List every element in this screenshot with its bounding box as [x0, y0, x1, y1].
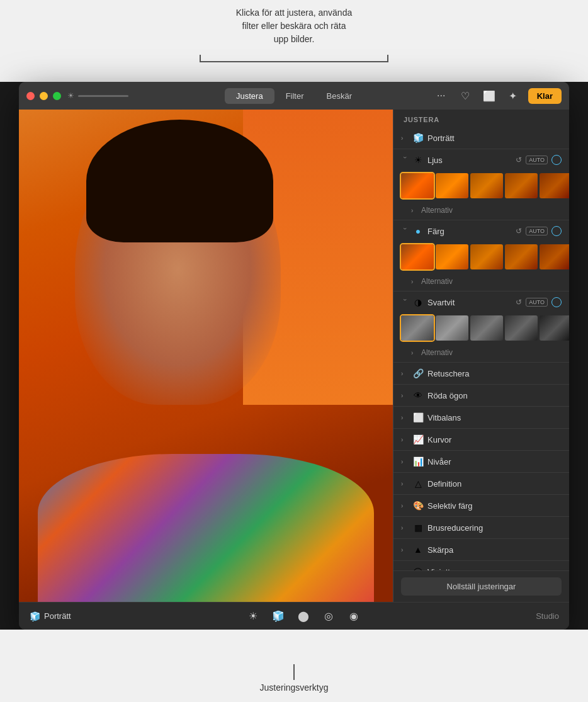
chevron-selektiv-farg: ›: [401, 502, 409, 509]
skarpa-label: Skärpa: [427, 545, 562, 555]
section-header-brusreducering[interactable]: › ▦ Brusreducering: [393, 517, 569, 538]
portrait-section-icon: 🧊: [412, 132, 424, 144]
sun-icon-btn[interactable]: ☀: [244, 608, 262, 625]
close-button[interactable]: [26, 92, 35, 100]
section-retuschera: › 🔗 Retuschera: [393, 363, 569, 385]
farg-undo[interactable]: ↺: [516, 227, 522, 235]
ljus-undo[interactable]: ↺: [516, 156, 522, 164]
brightness-slider[interactable]: ☀: [67, 91, 128, 100]
portrait-mode-badge[interactable]: 🧊 Porträtt: [29, 611, 71, 622]
thumb-ljus-3[interactable]: [470, 173, 503, 198]
chevron-skarpa: ›: [401, 546, 409, 553]
chevron-alternativ-ljus: ›: [411, 207, 419, 214]
thumb-bw-4[interactable]: [505, 315, 538, 341]
minimize-button[interactable]: [40, 92, 48, 100]
done-button[interactable]: Klar: [528, 88, 562, 104]
section-header-portrait[interactable]: › 🧊 Porträtt: [393, 127, 569, 149]
annotation-text-bottom: Justeringsverktyg: [260, 682, 329, 693]
vitbalans-label: Vitbalans: [427, 413, 562, 422]
section-header-svartvit[interactable]: › ◑ Svartvit ↺ AUTO: [393, 292, 569, 313]
thumb-farg-5[interactable]: [540, 244, 569, 269]
tab-justera[interactable]: Justera: [225, 88, 274, 104]
section-header-vitbalans[interactable]: › ⬜ Vitbalans: [393, 407, 569, 428]
section-header-vinjett[interactable]: › ◯ Vinjett: [393, 561, 569, 570]
alternativ-farg[interactable]: › Alternativ: [393, 275, 569, 291]
titlebar-tabs: Justera Filter Beskär: [225, 88, 363, 104]
farg-auto[interactable]: AUTO: [526, 227, 548, 235]
portrait-mode-label: Porträtt: [44, 611, 71, 621]
thumb-ljus-5[interactable]: [540, 173, 569, 198]
ljus-label: Ljus: [427, 156, 512, 165]
thumb-bw-3[interactable]: [470, 315, 503, 341]
cube-icon-btn[interactable]: 🧊: [269, 608, 287, 625]
ljus-auto[interactable]: AUTO: [526, 156, 548, 164]
section-portrait: › 🧊 Porträtt: [393, 127, 569, 149]
svartvit-thumbnails: [393, 313, 569, 346]
thumb-farg-2[interactable]: [436, 244, 468, 269]
section-header-nivaer[interactable]: › 📊 Nivåer: [393, 451, 569, 472]
farg-thumbnails: [393, 242, 569, 275]
thumb-ljus-2[interactable]: [436, 173, 468, 198]
section-vitbalans: › ⬜ Vitbalans: [393, 407, 569, 429]
more-options-button[interactable]: ···: [433, 87, 450, 105]
kurvor-icon: 📈: [412, 434, 424, 445]
section-nivaer: › 📊 Nivåer: [393, 451, 569, 473]
circle-icon-btn[interactable]: ⬤: [295, 608, 312, 625]
roda-ogon-label: Röda ögon: [427, 391, 562, 400]
section-header-ljus[interactable]: › ☀ Ljus ↺ AUTO: [393, 149, 569, 171]
vinjett-icon: ◯: [412, 566, 424, 570]
sidebar-bottom: Nollställ justeringar: [393, 570, 569, 602]
chevron-alternativ-farg: ›: [411, 278, 419, 285]
farg-toggle[interactable]: [551, 226, 562, 236]
svartvit-label: Svartvit: [427, 298, 512, 307]
tab-filter[interactable]: Filter: [274, 88, 315, 104]
dot-icon-btn[interactable]: ◉: [345, 608, 363, 625]
maximize-button[interactable]: [53, 92, 61, 100]
sidebar-scroll[interactable]: › 🧊 Porträtt › ☀ Ljus ↺ AUTO: [393, 127, 569, 570]
sidebar: JUSTERA › 🧊 Porträtt › ☀ Ljus: [393, 110, 569, 602]
alternativ-svartvit[interactable]: › Alternativ: [393, 346, 569, 362]
thumb-ljus-4[interactable]: [505, 173, 538, 198]
thumb-bw-2[interactable]: [436, 315, 468, 341]
section-header-definition[interactable]: › △ Definition: [393, 473, 569, 494]
titlebar-actions: ··· ♡ ⬜ ✦ Klar: [433, 87, 562, 105]
studio-label: Studio: [536, 611, 559, 621]
thumb-bw-5[interactable]: [540, 315, 569, 341]
svartvit-auto[interactable]: AUTO: [526, 298, 548, 307]
section-header-kurvor[interactable]: › 📈 Kurvor: [393, 429, 569, 450]
svartvit-undo[interactable]: ↺: [516, 298, 522, 307]
brusreducering-label: Brusreducering: [427, 523, 562, 533]
chevron-alternativ-svartvit: ›: [411, 349, 419, 356]
section-header-farg[interactable]: › ● Färg ↺ AUTO: [393, 220, 569, 242]
target-icon-btn[interactable]: ◎: [320, 608, 337, 625]
thumb-ljus-1[interactable]: [401, 173, 434, 198]
ljus-toggle[interactable]: [551, 155, 562, 165]
thumb-farg-3[interactable]: [470, 244, 503, 269]
section-skarpa: › ▲ Skärpa: [393, 539, 569, 561]
selektiv-farg-label: Selektiv färg: [427, 501, 562, 511]
reset-button[interactable]: Nollställ justeringar: [401, 577, 562, 596]
retuschera-icon: 🔗: [412, 368, 424, 379]
portrait-label: Porträtt: [427, 133, 562, 143]
section-header-skarpa[interactable]: › ▲ Skärpa: [393, 539, 569, 560]
thumb-bw-1[interactable]: [401, 315, 434, 341]
thumb-farg-1[interactable]: [401, 244, 434, 269]
app-window: ☀ Justera Filter Beskär ··· ♡ ⬜ ✦ Klar: [19, 82, 569, 630]
kurvor-label: Kurvor: [427, 435, 562, 444]
thumb-farg-4[interactable]: [505, 244, 538, 269]
svartvit-toggle[interactable]: [551, 297, 562, 307]
section-header-retuschera[interactable]: › 🔗 Retuschera: [393, 363, 569, 384]
share-button[interactable]: ⬜: [480, 87, 498, 105]
tab-beskar[interactable]: Beskär: [315, 88, 363, 104]
photo-image: [19, 110, 393, 602]
annotation-bracket-top: [200, 55, 388, 62]
section-header-selektiv-farg[interactable]: › 🎨 Selektiv färg: [393, 495, 569, 516]
farg-actions: ↺ AUTO: [516, 226, 562, 236]
vitbalans-icon: ⬜: [412, 412, 424, 423]
section-farg: › ● Färg ↺ AUTO: [393, 220, 569, 292]
alternativ-ljus[interactable]: › Alternativ: [393, 203, 569, 220]
favorite-button[interactable]: ♡: [456, 87, 474, 105]
magic-button[interactable]: ✦: [504, 87, 522, 105]
section-header-roda-ogon[interactable]: › 👁 Röda ögon: [393, 385, 569, 406]
chevron-vitbalans: ›: [401, 414, 409, 421]
